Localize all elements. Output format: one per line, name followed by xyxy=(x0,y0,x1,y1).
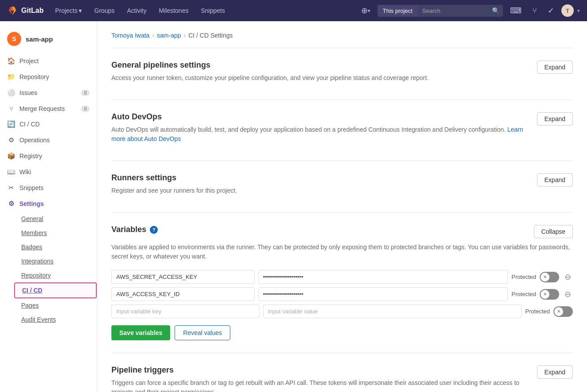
runners-expand-button[interactable]: Expand xyxy=(537,173,573,186)
sidebar-item-wiki[interactable]: 📖 Wiki xyxy=(0,164,97,180)
main-content: Tomoya Iwata › sam-app › CI / CD Setting… xyxy=(97,21,587,392)
sidebar-item-repository[interactable]: 📁 Repository xyxy=(0,69,97,85)
search-scope-button[interactable]: This project xyxy=(377,5,418,17)
delete-icon-2: ⊖ xyxy=(564,290,571,299)
section-header-auto-devops: Auto DevOps Auto DevOps will automatical… xyxy=(111,112,573,144)
variables-title: Variables ? xyxy=(111,225,158,234)
sidebar-item-issues[interactable]: ⚪ Issues 0 xyxy=(0,85,97,101)
breadcrumb-current: CI / CD Settings xyxy=(188,32,233,39)
variable-value-2[interactable] xyxy=(258,287,508,301)
runners-section: Runners settings Register and see your r… xyxy=(111,160,573,212)
subnav-audit-events[interactable]: Audit Events xyxy=(14,312,97,327)
subnav-repository[interactable]: Repository xyxy=(14,268,97,282)
breadcrumb: Tomoya Iwata › sam-app › CI / CD Setting… xyxy=(111,32,573,39)
keyboard-icon: ⌨ xyxy=(510,6,522,15)
variable-protected-label-2: Protected xyxy=(511,291,536,297)
cicd-nav-icon: 🔄 xyxy=(7,120,15,128)
merge-icon: ⑂ xyxy=(532,6,537,15)
chevron-down-icon: ▾ xyxy=(79,7,82,14)
merge-requests-badge: 0 xyxy=(81,106,90,112)
project-avatar: S xyxy=(7,32,21,46)
project-name: sam-app xyxy=(26,35,53,43)
operations-nav-icon: ⚙ xyxy=(7,136,15,144)
subnav-badges[interactable]: Badges xyxy=(14,240,97,254)
variable-delete-button-1[interactable]: ⊖ xyxy=(563,271,573,283)
pipeline-triggers-title: Pipeline triggers xyxy=(111,365,537,375)
variable-value-new[interactable] xyxy=(263,304,522,318)
pipeline-triggers-section: Pipeline triggers Triggers can force a s… xyxy=(111,353,573,392)
breadcrumb-project[interactable]: sam-app xyxy=(157,32,181,39)
sidebar-item-operations[interactable]: ⚙ Operations xyxy=(0,132,97,148)
gitlab-logo-icon xyxy=(7,5,18,16)
nav-groups[interactable]: Groups xyxy=(90,5,119,16)
variables-collapse-button[interactable]: Collapse xyxy=(534,225,573,238)
add-chevron-icon: ▾ xyxy=(368,8,370,14)
variables-help-icon[interactable]: ? xyxy=(150,226,158,234)
section-header-general: General pipelines settings Access your r… xyxy=(111,61,573,83)
add-button[interactable]: ⊕ ▾ xyxy=(358,3,374,18)
topnav: GitLab Projects ▾ Groups Activity Milest… xyxy=(0,0,587,21)
wiki-nav-icon: 📖 xyxy=(7,168,15,176)
sidebar-item-settings[interactable]: ⚙ Settings xyxy=(0,196,97,212)
nav-activity[interactable]: Activity xyxy=(122,5,151,16)
pipeline-triggers-desc: Triggers can force a specific branch or … xyxy=(111,378,537,392)
subnav-integrations[interactable]: Integrations xyxy=(14,254,97,268)
plus-icon: ⊕ xyxy=(361,6,368,15)
section-header-variables: Variables ? Collapse xyxy=(111,225,573,238)
variable-protected-label-new: Protected xyxy=(525,308,550,315)
variable-protected-toggle-new[interactable]: ✕ xyxy=(553,306,573,317)
general-pipelines-title: General pipelines settings xyxy=(111,61,429,70)
sidebar-item-cicd[interactable]: 🔄 CI / CD xyxy=(0,116,97,132)
variable-protected-label-1: Protected xyxy=(511,274,536,280)
auto-devops-desc: Auto DevOps will automatically build, te… xyxy=(111,125,537,144)
breadcrumb-home[interactable]: Tomoya Iwata xyxy=(111,32,149,39)
subnav-cicd[interactable]: CI / CD xyxy=(14,282,97,298)
search-input[interactable] xyxy=(418,5,488,17)
merge-requests-nav-icon: ⑂ xyxy=(7,105,15,112)
variable-protected-toggle-2[interactable]: ✕ xyxy=(540,289,559,300)
general-pipelines-expand-button[interactable]: Expand xyxy=(537,61,573,74)
merge-requests-button[interactable]: ⑂ xyxy=(529,4,541,18)
variable-key-new[interactable] xyxy=(111,304,259,318)
nav-projects[interactable]: Projects ▾ xyxy=(51,5,87,16)
snippets-nav-icon: ✂ xyxy=(7,184,15,192)
auto-devops-expand-button[interactable]: Expand xyxy=(537,112,573,126)
issues-nav-icon: ⚪ xyxy=(7,89,15,97)
issues-button[interactable]: ✓ xyxy=(544,3,558,18)
sidebar-item-snippets[interactable]: ✂ Snippets xyxy=(0,180,97,196)
keyboard-shortcut-button[interactable]: ⌨ xyxy=(507,3,525,18)
subnav-pages[interactable]: Pages xyxy=(14,298,97,312)
variable-key-2[interactable] xyxy=(111,287,255,301)
runners-title: Runners settings xyxy=(111,173,237,183)
user-avatar[interactable]: T xyxy=(561,4,574,17)
subnav-general[interactable]: General xyxy=(14,212,97,226)
issues-icon: ✓ xyxy=(548,6,554,15)
variable-new-row: Protected ✕ xyxy=(111,304,573,318)
variable-key-1[interactable] xyxy=(111,270,255,284)
variables-section: Variables ? Collapse Variables are appli… xyxy=(111,212,573,353)
sidebar-item-registry[interactable]: 📦 Registry xyxy=(0,148,97,164)
nav-snippets[interactable]: Snippets xyxy=(196,5,229,16)
nav-milestones[interactable]: Milestones xyxy=(155,5,193,16)
settings-subnav: General Members Badges Integrations Repo… xyxy=(0,212,97,327)
variables-desc: Variables are applied to environments vi… xyxy=(111,243,573,261)
sidebar-item-project[interactable]: 🏠 Project xyxy=(0,53,97,69)
reveal-values-button[interactable]: Reveal values xyxy=(175,325,230,340)
pipeline-triggers-expand-button[interactable]: Expand xyxy=(537,365,573,379)
general-pipelines-desc: Access your runner token, customize your… xyxy=(111,73,429,83)
subnav-members[interactable]: Members xyxy=(14,226,97,240)
general-pipelines-section: General pipelines settings Access your r… xyxy=(111,48,573,99)
registry-nav-icon: 📦 xyxy=(7,152,15,160)
sidebar-item-merge-requests[interactable]: ⑂ Merge Requests 0 xyxy=(0,101,97,116)
variable-delete-button-2[interactable]: ⊖ xyxy=(563,289,573,300)
variable-value-1[interactable] xyxy=(258,270,508,284)
toggle-knob-2: ✕ xyxy=(541,290,549,299)
issues-badge: 0 xyxy=(81,90,90,96)
runners-desc: Register and see your runners for this p… xyxy=(111,186,237,195)
sidebar-header: S sam-app xyxy=(0,28,97,53)
variable-protected-toggle-1[interactable]: ✕ xyxy=(540,272,559,282)
svg-marker-2 xyxy=(9,11,12,15)
breadcrumb-sep-1: › xyxy=(152,32,154,39)
gitlab-logo[interactable]: GitLab xyxy=(7,5,44,16)
save-variables-button[interactable]: Save variables xyxy=(111,325,170,340)
